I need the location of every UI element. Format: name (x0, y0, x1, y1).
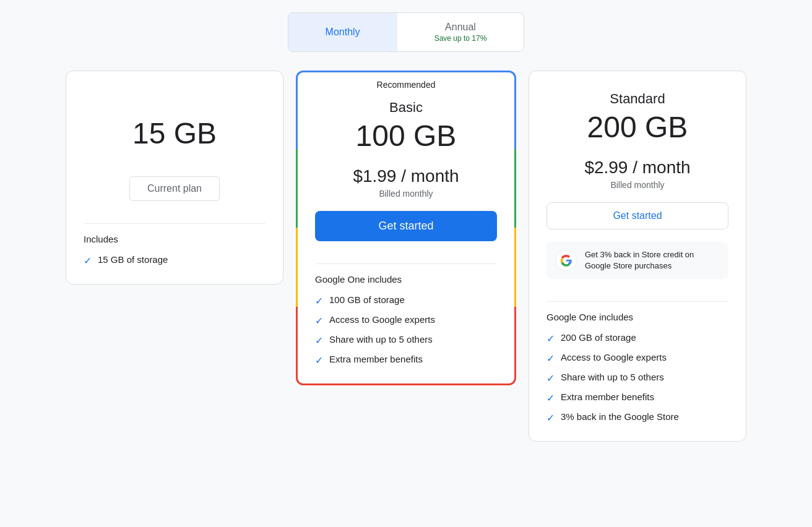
basic-feature-1: ✓ 100 GB of storage (315, 294, 497, 307)
check-icon-std-2: ✓ (546, 353, 555, 364)
basic-get-started-button[interactable]: Get started (315, 211, 497, 241)
check-icon-basic-1: ✓ (315, 295, 323, 307)
billing-toggle: Monthly Annual Save up to 17% (288, 12, 525, 52)
google-credit-banner: Get 3% back in Store credit on Google St… (546, 242, 728, 279)
basic-plan-card: Recommended Basic 100 GB $1.99 / month B… (296, 71, 516, 385)
standard-feature-text-3: Share with up to 5 others (561, 372, 664, 382)
standard-storage: 200 GB (546, 109, 728, 145)
basic-billing: Billed monthly (315, 189, 497, 199)
free-storage: 15 GB (84, 116, 266, 152)
free-plan-card: 15 GB Current plan Includes ✓ 15 GB of s… (66, 71, 283, 285)
check-icon-basic-4: ✓ (315, 354, 323, 366)
free-features-list: ✓ 15 GB of storage (84, 254, 266, 267)
basic-divider (315, 264, 497, 264)
standard-divider (546, 301, 728, 302)
free-feature-text-1: 15 GB of storage (98, 254, 168, 265)
standard-feature-text-2: Access to Google experts (561, 352, 667, 362)
check-icon-basic-2: ✓ (315, 315, 323, 327)
annual-save-text: Save up to 17% (434, 34, 487, 43)
standard-plan-name: Standard (546, 91, 728, 107)
standard-includes-label: Google One includes (546, 312, 728, 322)
basic-feature-text-2: Access to Google experts (329, 314, 435, 325)
check-icon-basic-3: ✓ (315, 335, 323, 346)
standard-feature-4: ✓ Extra member benefits (546, 392, 728, 404)
check-icon-free-1: ✓ (84, 255, 92, 267)
basic-feature-4: ✓ Extra member benefits (315, 354, 497, 366)
basic-storage: 100 GB (315, 118, 497, 154)
check-icon-std-4: ✓ (546, 392, 555, 404)
standard-feature-text-5: 3% back in the Google Store (561, 411, 679, 422)
plans-container: 15 GB Current plan Includes ✓ 15 GB of s… (66, 71, 746, 442)
standard-price: $2.99 / month (546, 158, 728, 178)
standard-feature-5: ✓ 3% back in the Google Store (546, 411, 728, 424)
standard-feature-text-1: 200 GB of storage (561, 332, 636, 343)
google-logo-icon (555, 249, 577, 272)
standard-feature-1: ✓ 200 GB of storage (546, 332, 728, 345)
annual-tab[interactable]: Annual Save up to 17% (397, 13, 524, 51)
standard-feature-2: ✓ Access to Google experts (546, 352, 728, 364)
free-divider (84, 223, 266, 224)
basic-feature-text-1: 100 GB of storage (329, 294, 405, 305)
basic-feature-text-3: Share with up to 5 others (329, 334, 433, 345)
basic-includes-label: Google One includes (315, 274, 497, 285)
standard-features-list: ✓ 200 GB of storage ✓ Access to Google e… (546, 332, 728, 424)
current-plan-button[interactable]: Current plan (129, 176, 220, 201)
basic-price: $1.99 / month (315, 166, 497, 186)
check-icon-std-3: ✓ (546, 372, 555, 384)
annual-label: Annual (445, 22, 476, 33)
standard-feature-text-4: Extra member benefits (561, 392, 654, 402)
basic-plan-name: Basic (315, 100, 497, 116)
standard-feature-3: ✓ Share with up to 5 others (546, 372, 728, 384)
standard-get-started-button[interactable]: Get started (546, 202, 728, 229)
check-icon-std-1: ✓ (546, 333, 555, 345)
standard-plan-card: Standard 200 GB $2.99 / month Billed mon… (529, 71, 746, 442)
check-icon-std-5: ✓ (546, 412, 555, 424)
recommended-badge: Recommended (315, 72, 497, 100)
standard-billing: Billed monthly (546, 180, 728, 190)
google-credit-text: Get 3% back in Store credit on Google St… (585, 249, 720, 272)
free-includes-label: Includes (84, 234, 266, 244)
free-feature-1: ✓ 15 GB of storage (84, 254, 266, 267)
basic-feature-3: ✓ Share with up to 5 others (315, 334, 497, 346)
basic-feature-text-4: Extra member benefits (329, 354, 423, 364)
monthly-tab[interactable]: Monthly (288, 13, 397, 51)
basic-features-list: ✓ 100 GB of storage ✓ Access to Google e… (315, 294, 497, 366)
basic-feature-2: ✓ Access to Google experts (315, 314, 497, 327)
